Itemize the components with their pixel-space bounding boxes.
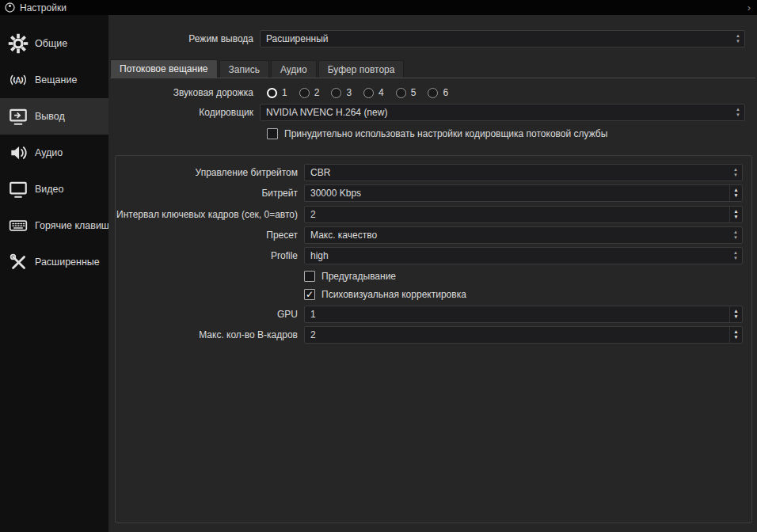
broadcast-icon: A [8, 70, 29, 90]
spinner-arrows-icon[interactable]: ▲▼ [729, 327, 742, 343]
bitrate-spinner[interactable]: 30000 Kbps ▲▼ [304, 184, 743, 202]
audio-track-row: Звуковая дорожка 1 2 3 4 5 [108, 84, 460, 101]
lookahead-row: Предугадывание [304, 270, 396, 283]
bitrate-row: Битрейт 30000 Kbps ▲▼ [116, 184, 743, 202]
max-b-frames-label: Макс. кол-во B-кадров [116, 329, 304, 340]
dropdown-arrows-icon: ▲▼ [732, 104, 744, 120]
sidebar-item-label: Аудио [35, 147, 63, 158]
tab-recording[interactable]: Запись [219, 60, 269, 78]
sidebar-item-label: Расширенные [35, 256, 100, 268]
obs-logo-icon [5, 2, 15, 13]
sidebar-item-audio[interactable]: Аудио [0, 135, 108, 171]
titlebar: Настройки › [0, 0, 757, 15]
audio-track-option-6[interactable]: 6 [428, 87, 448, 98]
radio-icon [363, 88, 374, 98]
settings-sidebar: Общие A Вещание Вывод Аудио Видео [0, 15, 108, 532]
keyframe-interval-label: Интервал ключевых кадров (сек, 0=авто) [116, 209, 304, 220]
profile-label: Profile [116, 250, 304, 261]
tab-audio[interactable]: Аудио [271, 60, 317, 78]
radio-icon [299, 88, 310, 98]
radio-icon [428, 88, 438, 98]
radio-selected-icon [267, 88, 277, 98]
output-mode-select[interactable]: Расширенный ▲▼ [260, 30, 745, 48]
speaker-icon [8, 142, 29, 163]
keyframe-interval-spinner[interactable]: 2 ▲▼ [304, 206, 743, 223]
enforce-settings-row: Принудительно использовать настройки код… [267, 127, 607, 140]
dropdown-arrows-icon: ▲▼ [729, 248, 742, 264]
audio-track-label: Звуковая дорожка [108, 87, 260, 98]
gpu-row: GPU 1 ▲▼ [116, 306, 743, 323]
monitor-icon [8, 179, 29, 200]
output-mode-row: Режим вывода Расширенный ▲▼ [108, 30, 745, 48]
preset-row: Пресет Макс. качество ▲▼ [116, 226, 743, 244]
encoder-select[interactable]: NVIDIA NVENC H.264 (new) ▲▼ [260, 104, 745, 121]
dropdown-arrows-icon: ▲▼ [732, 31, 744, 47]
psycho-visual-checkbox[interactable]: ✓ [304, 289, 315, 300]
output-icon [8, 106, 29, 127]
enforce-settings-label: Принудительно использовать настройки код… [284, 128, 607, 139]
profile-select[interactable]: high ▲▼ [304, 247, 743, 264]
rate-control-select[interactable]: CBR ▲▼ [304, 164, 743, 181]
gpu-label: GPU [116, 309, 304, 320]
lookahead-checkbox[interactable] [304, 271, 315, 282]
sidebar-item-output[interactable]: Вывод [0, 98, 108, 135]
spinner-arrows-icon[interactable]: ▲▼ [729, 185, 742, 201]
encoder-label: Кодировщик [108, 107, 260, 118]
sidebar-item-video[interactable]: Видео [0, 171, 108, 207]
svg-text:A: A [15, 75, 22, 86]
audio-track-option-1[interactable]: 1 [267, 87, 287, 98]
profile-row: Profile high ▲▼ [116, 247, 743, 264]
sidebar-item-label: Общие [35, 38, 67, 49]
keyboard-icon [8, 215, 29, 236]
enforce-settings-checkbox[interactable] [267, 128, 278, 139]
audio-track-option-2[interactable]: 2 [299, 87, 320, 98]
output-settings-panel: Режим вывода Расширенный ▲▼ Потоковое ве… [108, 15, 757, 532]
spinner-arrows-icon[interactable]: ▲▼ [729, 306, 742, 322]
rate-control-label: Управление битрейтом [116, 167, 304, 178]
radio-icon [331, 88, 341, 98]
encoder-row: Кодировщик NVIDIA NVENC H.264 (new) ▲▼ [108, 104, 745, 121]
sidebar-item-label: Горячие клавиши [35, 220, 108, 231]
encoder-settings-group: Управление битрейтом CBR ▲▼ Битрейт 3000… [115, 155, 752, 523]
audio-track-option-3[interactable]: 3 [331, 87, 352, 98]
sidebar-item-stream[interactable]: A Вещание [0, 62, 108, 98]
dropdown-arrows-icon: ▲▼ [729, 165, 742, 180]
preset-label: Пресет [116, 230, 304, 241]
sidebar-item-general[interactable]: Общие [0, 25, 108, 62]
tab-replay-buffer[interactable]: Буфер повтора [318, 60, 405, 78]
window-title: Настройки [20, 2, 67, 13]
max-b-frames-row: Макс. кол-во B-кадров 2 ▲▼ [116, 326, 743, 344]
sidebar-item-advanced[interactable]: Расширенные [0, 244, 108, 280]
lookahead-label: Предугадывание [321, 271, 396, 282]
gpu-spinner[interactable]: 1 ▲▼ [304, 306, 743, 323]
psycho-visual-row: ✓ Психовизуальная корректировка [304, 288, 466, 301]
check-icon: ✓ [306, 290, 314, 299]
spinner-arrows-icon[interactable]: ▲▼ [729, 207, 742, 222]
keyframe-interval-row: Интервал ключевых кадров (сек, 0=авто) 2… [116, 206, 743, 223]
tab-streaming[interactable]: Потоковое вещание [110, 59, 218, 78]
max-b-frames-spinner[interactable]: 2 ▲▼ [304, 326, 743, 344]
rate-control-row: Управление битрейтом CBR ▲▼ [116, 164, 743, 181]
sidebar-item-label: Вещание [35, 74, 77, 86]
sidebar-item-label: Видео [35, 184, 64, 195]
output-tabbar: Потоковое вещание Запись Аудио Буфер пов… [110, 60, 755, 78]
psycho-visual-label: Психовизуальная корректировка [321, 289, 466, 300]
audio-track-radios: 1 2 3 4 5 6 [267, 87, 460, 98]
audio-track-option-4[interactable]: 4 [363, 87, 384, 98]
window-chevron-icon[interactable]: › [747, 2, 751, 13]
gear-icon [8, 33, 29, 54]
sidebar-item-label: Вывод [35, 111, 65, 122]
radio-icon [396, 88, 406, 98]
dropdown-arrows-icon: ▲▼ [729, 227, 742, 243]
audio-track-option-5[interactable]: 5 [396, 87, 417, 98]
bitrate-label: Битрейт [116, 188, 304, 199]
output-mode-label: Режим вывода [108, 33, 260, 44]
preset-select[interactable]: Макс. качество ▲▼ [304, 226, 743, 244]
sidebar-item-hotkeys[interactable]: Горячие клавиши [0, 207, 108, 244]
tools-icon [8, 252, 29, 272]
